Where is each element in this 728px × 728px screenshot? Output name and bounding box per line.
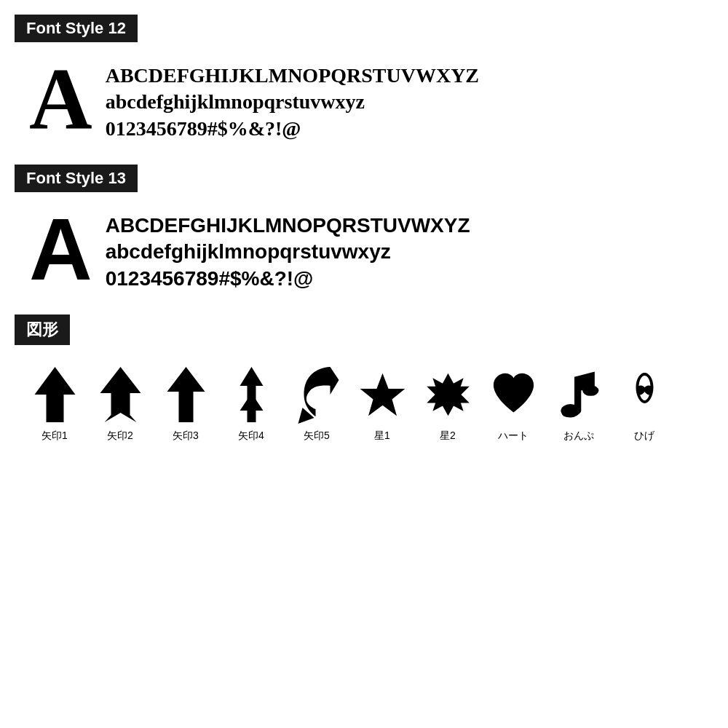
shape-item-heart: ハート — [480, 365, 546, 443]
shape-item-arrow2: 矢印2 — [87, 365, 153, 443]
shape-label-star2: 星2 — [440, 430, 456, 443]
star1-icon — [359, 365, 406, 424]
font-style-13-line-upper: ABCDEFGHIJKLMNOPQRSTUVWXYZ — [106, 213, 470, 239]
font-style-12-label: Font Style 12 — [15, 15, 138, 42]
shape-label-arrow1: 矢印1 — [41, 430, 68, 443]
font-style-13-section: Font Style 13 A ABCDEFGHIJKLMNOPQRSTUVWX… — [15, 165, 713, 293]
font-style-13-line-lower: abcdefghijklmnopqrstuvwxyz — [106, 239, 470, 265]
font-style-13-demo: A ABCDEFGHIJKLMNOPQRSTUVWXYZ abcdefghijk… — [15, 205, 713, 293]
star2-icon — [424, 365, 472, 424]
shape-label-music: おんぷ — [563, 430, 594, 443]
font-style-12-line-nums: 0123456789#$%&?!@ — [106, 116, 479, 142]
arrow2-icon — [97, 365, 144, 424]
shape-label-arrow4: 矢印4 — [238, 430, 264, 443]
arrow3-icon — [162, 365, 210, 424]
shape-label-heart: ハート — [498, 430, 529, 443]
svg-marker-1 — [100, 367, 141, 422]
shapes-grid: 矢印1 矢印2 矢印3 矢印4 — [15, 365, 713, 443]
font-style-12-line-lower: abcdefghijklmnopqrstuvwxyz — [106, 89, 479, 115]
shapes-label: 図形 — [15, 314, 70, 345]
shape-label-arrow2: 矢印2 — [107, 430, 133, 443]
font-style-13-big-letter: A — [29, 205, 92, 293]
font-style-12-demo: A ABCDEFGHIJKLMNOPQRSTUVWXYZ abcdefghijk… — [15, 55, 713, 143]
font-style-13-alphabet: ABCDEFGHIJKLMNOPQRSTUVWXYZ abcdefghijklm… — [106, 205, 470, 292]
shape-item-arrow1: 矢印1 — [22, 365, 87, 443]
svg-marker-6 — [360, 373, 405, 416]
shape-label-arrow5: 矢印5 — [304, 430, 330, 443]
arrow1-icon — [31, 365, 79, 424]
svg-point-10 — [561, 404, 579, 418]
shapes-section: 図形 矢印1 矢印2 矢印3 — [15, 314, 713, 443]
font-style-12-alphabet: ABCDEFGHIJKLMNOPQRSTUVWXYZ abcdefghijklm… — [106, 55, 479, 142]
music-icon — [555, 365, 603, 424]
shape-label-mustache: ひげ — [634, 430, 654, 443]
shape-item-arrow4: 矢印4 — [218, 365, 284, 443]
svg-point-11 — [582, 385, 598, 396]
svg-marker-0 — [34, 367, 75, 422]
heart-icon — [490, 365, 537, 424]
shape-label-star1: 星1 — [374, 430, 390, 443]
font-style-12-line-upper: ABCDEFGHIJKLMNOPQRSTUVWXYZ — [106, 63, 479, 89]
shape-label-arrow3: 矢印3 — [173, 430, 199, 443]
arrow5-icon — [293, 365, 341, 424]
mustache-icon — [621, 365, 668, 424]
shape-item-arrow3: 矢印3 — [153, 365, 218, 443]
svg-marker-4 — [240, 393, 263, 422]
shape-item-arrow5: 矢印5 — [284, 365, 349, 443]
shape-item-star1: 星1 — [349, 365, 415, 443]
font-style-12-big-letter: A — [29, 55, 92, 143]
shape-item-mustache: ひげ — [612, 365, 677, 443]
font-style-13-label: Font Style 13 — [15, 165, 138, 192]
shape-item-music: おんぷ — [546, 365, 612, 443]
arrow4-icon — [228, 365, 275, 424]
shape-item-star2: 星2 — [415, 365, 480, 443]
font-style-13-line-nums: 0123456789#$%&?!@ — [106, 266, 470, 292]
font-style-12-section: Font Style 12 A ABCDEFGHIJKLMNOPQRSTUVWX… — [15, 15, 713, 143]
svg-marker-2 — [167, 367, 205, 422]
